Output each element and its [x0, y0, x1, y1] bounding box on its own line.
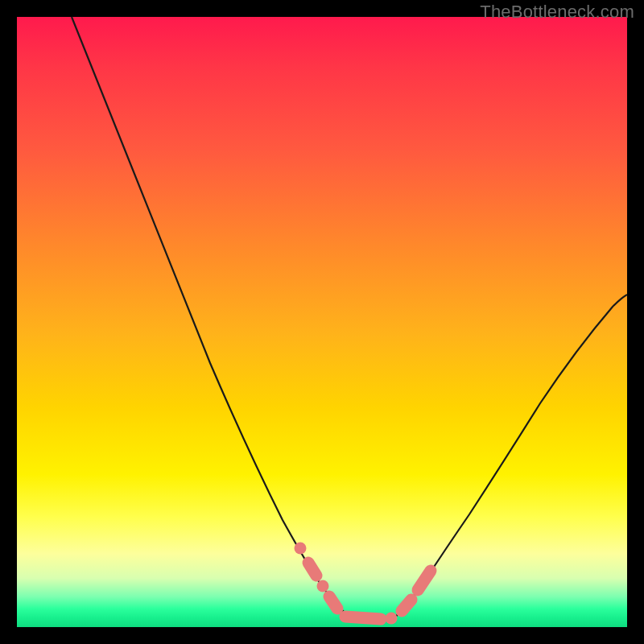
marker-segment-icon: [308, 563, 316, 576]
left-curve: [72, 17, 351, 618]
outer-frame: TheBottleneck.com: [0, 0, 644, 644]
marker-segment-icon: [345, 617, 381, 619]
marker-segment-icon: [418, 571, 431, 590]
marker-dot-icon: [295, 543, 307, 555]
marker-dot-icon: [386, 613, 398, 625]
marker-segment-icon: [402, 600, 411, 611]
curve-layer: [17, 17, 627, 627]
marker-segment-icon: [329, 597, 337, 609]
marker-dot-icon: [317, 580, 329, 592]
watermark-text: TheBottleneck.com: [480, 2, 634, 23]
